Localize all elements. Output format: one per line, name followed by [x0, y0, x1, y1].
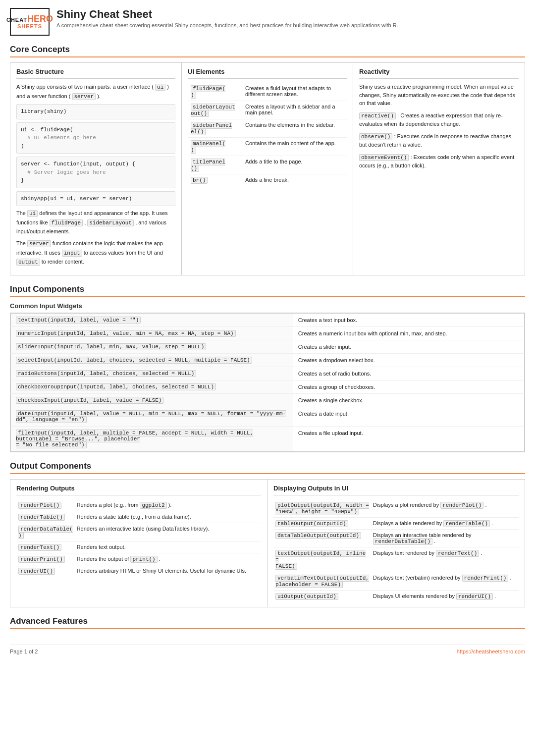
footer-url[interactable]: https://cheatsheetshero.com [457, 648, 525, 654]
table-row: renderText() Renders text output. [16, 541, 261, 553]
basic-structure-intro: A Shiny app consists of two main parts: … [16, 83, 175, 101]
rendering-outputs-panel: Rendering Outputs renderPlot() Renders a… [10, 480, 268, 607]
input-components-heading: Input Components [10, 284, 525, 297]
ui-elements-panel: UI Elements fluidPage() Creates a fluid … [182, 63, 353, 275]
reactivity-item3: observeEvent() : Executes code only when… [359, 153, 519, 170]
table-row: renderDataTable() Renders an interactive… [16, 523, 261, 541]
output-components-heading: Output Components [10, 461, 525, 474]
reactivity-item1: reactive() : Creates a reactive expressi… [359, 111, 519, 128]
header-text: Shiny Cheat Sheet A comprehensive cheat … [56, 8, 398, 28]
table-row: tableOutput(outputId) Displays a table r… [273, 517, 519, 529]
table-row: sidebarLayoutout() Creates a layout with… [188, 101, 347, 119]
table-row: selectInput(inputId, label, choices, sel… [11, 353, 525, 367]
displaying-table: plotOutput(outputId, width ="100%", heig… [273, 499, 519, 602]
code-ui: ui <- fluidPage( # UI elements go here ) [16, 122, 175, 154]
table-row: checkboxGroupInput(inputId, label, choic… [11, 380, 525, 393]
ui-elements-heading: UI Elements [188, 68, 347, 79]
reactivity-heading: Reactivity [359, 68, 519, 79]
footer: Page 1 of 2 https://cheatsheetshero.com [10, 644, 525, 654]
logo-sheets: SHEETS [17, 23, 42, 29]
table-row: renderPrint() Renders the output of prin… [16, 553, 261, 565]
reactivity-item2: observe() : Executes code in response to… [359, 132, 519, 149]
table-row: verbatimTextOutput(outputId,placeholder … [273, 572, 519, 590]
table-row: renderTable() Renders a static table (e.… [16, 511, 261, 523]
logo-hero: HERO [27, 14, 53, 23]
page-title: Shiny Cheat Sheet [56, 8, 398, 21]
core-concepts-heading: Core Concepts [10, 45, 525, 57]
reactivity-intro: Shiny uses a reactive programming model.… [359, 83, 519, 108]
core-concepts-grid: Basic Structure A Shiny app consists of … [10, 62, 525, 275]
displaying-outputs-heading: Displaying Outputs in UI [273, 485, 519, 495]
code-shinyapp: shinyApp(ui = ui, server = server) [16, 191, 175, 207]
logo-cheat: CHEAT [6, 17, 27, 23]
logo: CHEAT HERO SHEETS [10, 8, 50, 36]
basic-note2: The server function contains the logic t… [16, 239, 175, 267]
basic-structure-panel: Basic Structure A Shiny app consists of … [10, 63, 182, 275]
ui-elements-table: fluidPage() Creates a fluid layout that … [188, 83, 347, 186]
table-row: fluidPage() Creates a fluid layout that … [188, 83, 347, 101]
table-row: plotOutput(outputId, width ="100%", heig… [273, 499, 519, 518]
table-row: textOutput(outputId, inline =FALSE) Disp… [273, 547, 519, 572]
code-library: library(shiny) [16, 104, 175, 119]
code-server: server <- function(input, output) { # Se… [16, 157, 175, 188]
input-table-wrapper: textInput(inputId, label, value = "") Cr… [10, 313, 525, 452]
table-row: sliderInput(inputId, label, min, max, va… [11, 340, 525, 353]
rendering-table: renderPlot() Renders a plot (e.g., from … [16, 499, 261, 577]
table-row: textInput(inputId, label, value = "") Cr… [11, 313, 525, 326]
table-row: checkboxInput(inputId, label, value = FA… [11, 393, 525, 407]
page-subtitle: A comprehensive cheat sheet covering ess… [56, 22, 398, 28]
displaying-outputs-panel: Displaying Outputs in UI plotOutput(outp… [268, 480, 525, 607]
rendering-outputs-heading: Rendering Outputs [16, 485, 261, 495]
table-row: titlePanel() Adds a title to the page. [188, 156, 347, 174]
input-table: textInput(inputId, label, value = "") Cr… [10, 313, 525, 452]
page-number: Page 1 of 2 [10, 648, 38, 654]
advanced-features-heading: Advanced Features [10, 616, 525, 629]
table-row: dataTableOutput(outputId) Displays an in… [273, 529, 519, 547]
table-row: dateInput(inputId, label, value = NULL, … [11, 407, 525, 426]
table-row: radioButtons(inputId, label, choices, se… [11, 367, 525, 380]
table-row: fileInput(inputId, label, multiple = FAL… [11, 426, 525, 451]
table-row: renderPlot() Renders a plot (e.g., from … [16, 499, 261, 511]
basic-note1: The ui defines the layout and appearance… [16, 209, 175, 236]
basic-structure-heading: Basic Structure [16, 68, 175, 79]
table-row: renderUI() Renders arbitrary HTML or Shi… [16, 565, 261, 577]
table-row: mainPanel() Contains the main content of… [188, 138, 347, 156]
reactivity-panel: Reactivity Shiny uses a reactive program… [353, 63, 525, 275]
table-row: sidebarPanelel() Contains the elements i… [188, 119, 347, 138]
table-row: br() Adds a line break. [188, 174, 347, 186]
header: CHEAT HERO SHEETS Shiny Cheat Sheet A co… [10, 8, 525, 36]
table-row: numericInput(inputId, label, value, min … [11, 326, 525, 340]
output-components-grid: Rendering Outputs renderPlot() Renders a… [10, 479, 525, 607]
common-input-widgets-heading: Common Input Widgets [10, 302, 525, 310]
table-row: uiOutput(outputId) Displays UI elements … [273, 590, 519, 602]
